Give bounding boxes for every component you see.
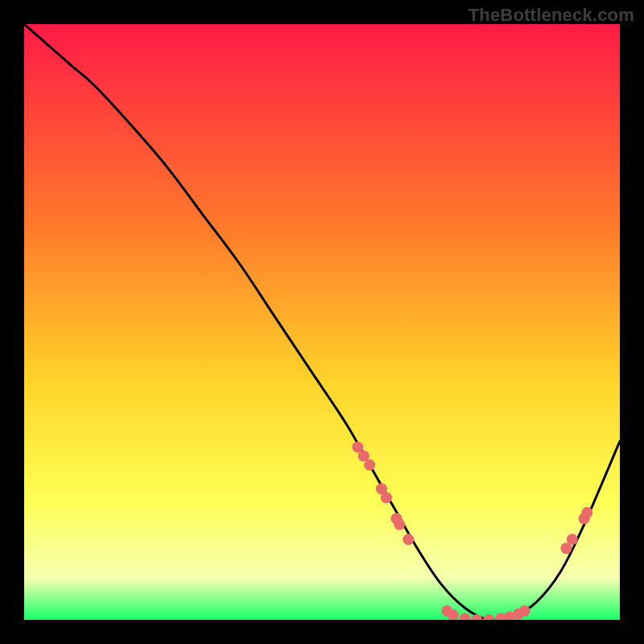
- data-marker: [402, 534, 414, 545]
- data-marker: [364, 460, 375, 471]
- gradient-background: [24, 24, 620, 620]
- chart-frame: TheBottleneck.com: [0, 0, 644, 644]
- chart-svg: [24, 24, 620, 620]
- data-marker: [581, 507, 592, 518]
- attribution-text: TheBottleneck.com: [469, 5, 634, 26]
- chart-plot: [24, 24, 620, 620]
- data-marker: [394, 519, 405, 530]
- data-marker: [381, 492, 392, 503]
- data-marker: [519, 605, 530, 617]
- data-marker: [567, 534, 578, 545]
